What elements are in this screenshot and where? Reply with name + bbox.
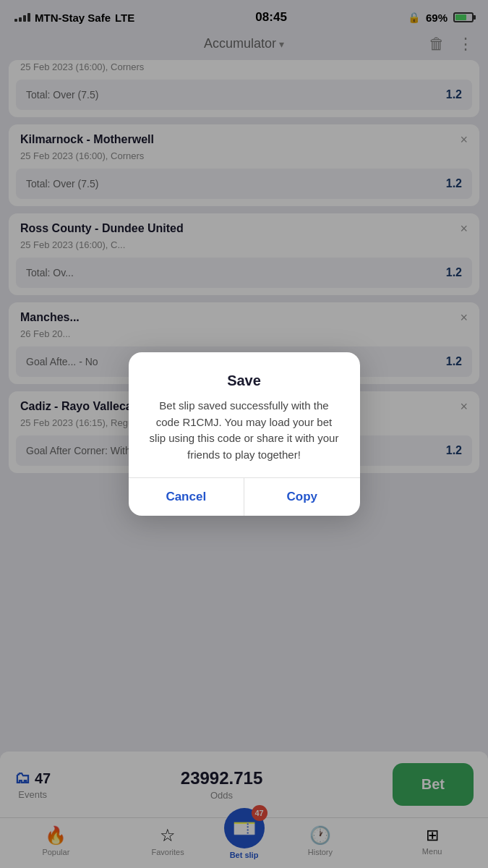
modal-copy-button[interactable]: Copy [244,478,360,516]
modal-cancel-button[interactable]: Cancel [129,478,244,516]
modal-buttons: Cancel Copy [129,478,360,516]
modal-message: Bet slip saved successfully with the cod… [149,398,340,463]
modal-title: Save [149,373,340,389]
modal-box: Save Bet slip saved successfully with th… [129,352,360,516]
modal-overlay: Save Bet slip saved successfully with th… [0,0,488,868]
modal-body: Save Bet slip saved successfully with th… [129,352,360,477]
